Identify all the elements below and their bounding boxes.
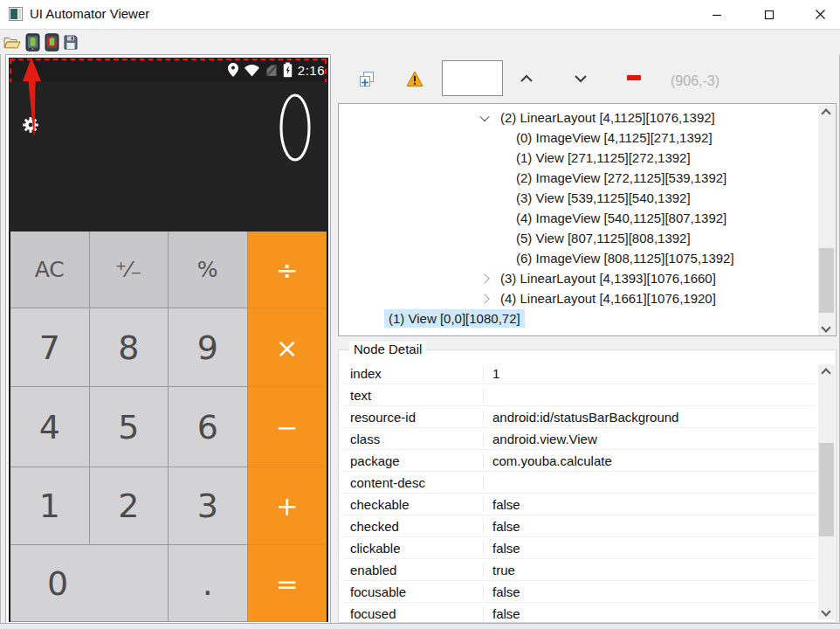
annotation-arrow-icon [19,58,61,138]
calc-key-divide[interactable]: ÷ [248,232,327,308]
expand-arrow-icon[interactable] [479,273,489,283]
tree-node[interactable]: (2) ImageView [272,1125][539,1392] [339,168,817,188]
calc-key-plus[interactable]: + [248,467,327,545]
remove-filter-button[interactable] [627,75,641,80]
node-detail-row: index1 [341,363,816,384]
tree-scrollbar[interactable] [818,105,835,335]
property-name: checkable [341,497,484,512]
calc-key-minus[interactable]: − [248,387,327,467]
calc-key-three[interactable]: 3 [169,467,248,545]
calc-key-five[interactable]: 5 [90,387,169,467]
tree-node-label: (5) View [807,1125][808,1392] [512,229,695,247]
collapse-arrow-icon[interactable] [479,111,489,121]
calc-key-dot[interactable]: . [169,545,248,622]
calculator-keypad[interactable]: AC⁺⁄₋%÷789×456−123+0.= [9,232,328,622]
search-up-button[interactable] [517,72,536,86]
maximize-button[interactable] [749,0,788,29]
minimize-button[interactable] [697,0,736,29]
node-detail-row: clickablefalse [341,537,816,559]
calc-key-eight[interactable]: 8 [90,308,169,387]
node-detail-scrollbar-thumb[interactable] [819,443,834,536]
show-invisible-nodes-button[interactable] [405,70,424,88]
property-name: enabled [341,563,484,577]
node-detail-table: index1textresource-idandroid:id/statusBa… [341,363,816,622]
node-detail-row: resource-idandroid:id/statusBarBackgroun… [341,406,816,428]
app-icon [9,7,23,21]
property-name: checked [341,519,484,534]
scroll-up-icon[interactable] [821,108,830,118]
tree-scrollbar-thumb[interactable] [819,248,834,313]
calc-key-equals[interactable]: = [248,545,327,622]
expand-arrow-icon[interactable] [479,294,489,303]
property-value: false [484,606,520,621]
tree-node-label: (4) LinearLayout [4,1661][1076,1920] [496,289,720,308]
tree-node[interactable]: (1) View [0,0][1080,72] [339,308,817,328]
device-screenshot-view[interactable]: 2:16 AC⁺⁄₋%÷789×456−123+0.= [9,58,328,622]
search-down-button[interactable] [571,72,590,86]
expand-all-button[interactable] [356,69,377,90]
maximize-icon [764,10,775,20]
node-detail-row: content-desc [341,472,816,494]
scroll-up-icon[interactable] [821,368,830,377]
calc-key-multiply[interactable]: × [248,308,327,387]
tree-node[interactable]: (4) ImageView [540,1125][807,1392] [339,208,817,228]
property-name: resource-id [341,410,484,425]
search-input[interactable] [442,60,503,96]
close-icon [815,9,826,20]
tree-node[interactable]: (3) View [539,1125][540,1392] [339,188,817,208]
property-value: true [484,563,515,577]
save-button[interactable] [61,32,80,52]
calc-key-plus-minus[interactable]: ⁺⁄₋ [90,232,169,308]
node-detail-scrollbar[interactable] [818,364,835,619]
calc-key-zero[interactable]: 0 [10,545,169,622]
tree-node[interactable]: (6) ImageView [808,1125][1075,1392] [339,248,817,268]
tree-node-label: (4) ImageView [540,1125][807,1392] [512,209,731,227]
calc-key-four[interactable]: 4 [10,387,90,467]
tree-node-label: (1) View [0,0][1080,72] [384,309,525,328]
device-screenshot-compressed-icon [45,33,59,52]
hierarchy-tree: (2) LinearLayout [4,1125][1076,1392](0) … [339,107,817,328]
tree-node-label: (2) LinearLayout [4,1125][1076,1392] [496,108,720,127]
tree-node[interactable]: (0) ImageView [4,1125][271,1392] [339,128,817,148]
save-icon [64,35,78,50]
calc-key-one[interactable]: 1 [10,467,90,545]
property-name: focusable [341,584,484,599]
device-screenshot-compressed-button[interactable] [42,32,61,52]
expand-all-icon [358,71,375,88]
tree-node-label: (0) ImageView [4,1125][271,1392] [512,128,717,147]
node-detail-panel: Node Detail index1textresource-idandroid… [338,349,837,623]
property-value: false [484,541,520,556]
device-screenshot-button[interactable] [23,32,42,52]
scroll-down-icon[interactable] [821,606,830,616]
open-file-button[interactable] [3,32,22,52]
property-name: package [341,453,484,468]
node-detail-title: Node Detail [349,342,426,356]
tree-node[interactable]: (2) LinearLayout [4,1125][1076,1392] [339,107,817,128]
close-button[interactable] [801,0,840,29]
chevron-up-icon [519,73,534,84]
calc-key-nine[interactable]: 9 [169,308,248,387]
calc-key-ac[interactable]: AC [10,232,90,308]
calc-key-seven[interactable]: 7 [10,308,90,387]
tree-node[interactable]: (4) LinearLayout [4,1661][1076,1920] [339,288,817,308]
node-detail-row: classandroid.view.View [341,428,816,450]
scroll-down-icon[interactable] [821,322,830,332]
property-value: com.youba.calculate [484,453,612,468]
calc-key-two[interactable]: 2 [90,467,169,545]
tree-node[interactable]: (3) LinearLayout [4,1393][1076,1660] [339,268,817,288]
property-name: index [341,366,484,381]
property-value: android:id/statusBarBackground [484,410,678,425]
tree-node[interactable]: (5) View [807,1125][808,1392] [339,228,817,248]
tree-node-label: (6) ImageView [808,1125][1075,1392] [512,249,739,267]
calc-key-percent[interactable]: % [169,232,248,308]
tree-node[interactable]: (1) View [271,1125][272,1392] [339,148,817,168]
node-detail-row: packagecom.youba.calculate [341,450,816,472]
hierarchy-tree-panel: (2) LinearLayout [4,1125][1076,1392](0) … [338,103,837,336]
title-bar: UI Automator Viewer [0,0,840,30]
open-folder-icon [3,36,21,50]
property-name: text [341,388,484,403]
property-name: focused [341,606,484,621]
calc-key-six[interactable]: 6 [169,387,248,467]
device-screenshot-icon [25,33,40,52]
property-value: 1 [484,366,499,381]
